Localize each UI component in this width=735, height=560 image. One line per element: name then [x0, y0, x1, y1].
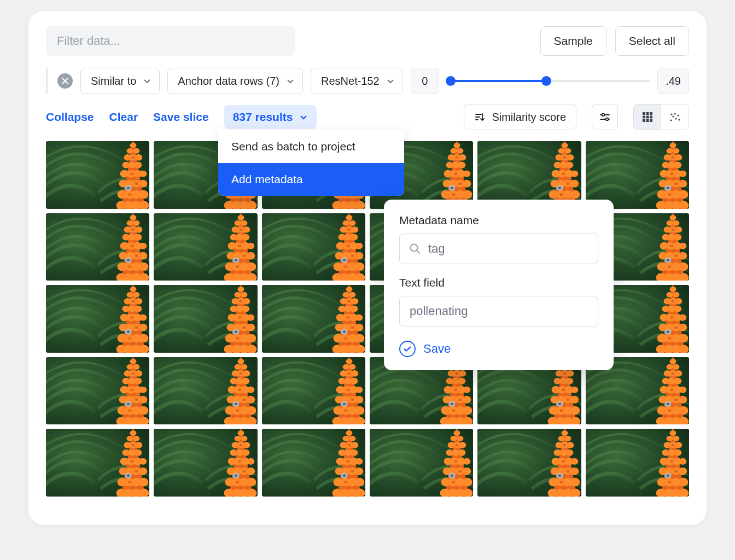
anchor-rows-dropdown[interactable]: Anchor data rows (7) — [167, 68, 303, 94]
image-thumbnail[interactable] — [262, 429, 365, 497]
text-field-input[interactable] — [399, 296, 598, 326]
svg-point-689 — [342, 402, 346, 405]
image-thumbnail[interactable] — [262, 357, 365, 425]
image-thumbnail[interactable] — [370, 429, 473, 497]
image-thumbnail[interactable] — [477, 141, 581, 209]
metadata-name-input[interactable] — [428, 242, 589, 256]
svg-point-885 — [457, 436, 463, 441]
results-dropdown[interactable]: 837 results — [224, 105, 317, 129]
svg-point-780 — [671, 372, 674, 375]
svg-point-433 — [126, 330, 130, 333]
svg-point-391 — [678, 262, 688, 271]
svg-rect-10 — [650, 119, 652, 122]
svg-point-707 — [462, 395, 471, 403]
image-thumbnail[interactable] — [154, 213, 257, 281]
image-thumbnail[interactable] — [262, 213, 365, 281]
svg-point-219 — [134, 234, 142, 240]
svg-point-943 — [567, 470, 570, 472]
svg-point-152 — [567, 154, 574, 161]
sort-button[interactable]: Similarity score — [464, 104, 576, 130]
svg-point-245 — [241, 220, 248, 226]
svg-point-564 — [666, 292, 673, 298]
image-thumbnail[interactable] — [46, 357, 149, 425]
range-min[interactable]: 0 — [411, 68, 439, 94]
svg-point-949 — [673, 436, 679, 441]
model-dropdown[interactable]: ResNet-152 — [311, 68, 403, 94]
svg-point-579 — [678, 324, 687, 331]
save-button[interactable]: Save — [399, 341, 598, 357]
svg-point-1 — [606, 118, 609, 121]
svg-point-213 — [133, 220, 139, 226]
menu-item-add-metadata[interactable]: Add metadata — [218, 163, 404, 196]
range-max[interactable]: .49 — [657, 68, 689, 94]
collapse-button[interactable]: Collapse — [46, 110, 94, 124]
svg-point-571 — [674, 306, 681, 312]
image-thumbnail[interactable] — [586, 141, 689, 209]
svg-point-920 — [567, 442, 574, 448]
menu-item-send-batch[interactable]: Send as batch to project — [218, 130, 404, 163]
svg-point-718 — [452, 409, 455, 412]
svg-rect-5 — [643, 116, 645, 119]
svg-point-909 — [454, 460, 457, 463]
svg-point-600 — [135, 370, 142, 377]
clear-filter-icon[interactable] — [57, 73, 73, 89]
image-thumbnail[interactable] — [586, 429, 689, 497]
svg-point-460 — [240, 300, 243, 303]
settings-button[interactable] — [592, 104, 618, 130]
sample-button[interactable]: Sample — [540, 26, 606, 56]
svg-point-191 — [679, 171, 686, 177]
image-thumbnail[interactable] — [262, 285, 365, 353]
svg-point-895 — [463, 458, 470, 465]
svg-point-423 — [138, 334, 148, 343]
svg-point-917 — [565, 436, 571, 441]
svg-point-277 — [349, 220, 355, 226]
image-thumbnail[interactable] — [154, 285, 257, 353]
svg-point-952 — [674, 442, 682, 448]
image-thumbnail[interactable] — [46, 429, 149, 497]
svg-point-461 — [238, 316, 242, 319]
filter-bar: Similar to Anchor data rows (7) ResNet-1… — [46, 68, 689, 94]
svg-point-654 — [236, 409, 240, 412]
svg-point-181 — [673, 148, 679, 154]
grid-view-button[interactable] — [634, 104, 661, 130]
svg-point-301 — [346, 244, 349, 247]
image-thumbnail[interactable] — [46, 213, 149, 281]
svg-point-927 — [571, 458, 579, 465]
svg-point-940 — [563, 444, 567, 447]
svg-point-891 — [458, 450, 465, 456]
svg-rect-7 — [650, 116, 652, 119]
svg-point-739 — [570, 395, 579, 403]
svg-point-639 — [247, 386, 255, 393]
svg-point-565 — [673, 292, 679, 298]
svg-point-175 — [567, 182, 570, 185]
svg-point-721 — [450, 402, 453, 405]
similar-to-dropdown[interactable]: Similar to — [80, 68, 160, 94]
metadata-name-input-wrap[interactable] — [399, 234, 598, 264]
similarity-slider[interactable] — [447, 68, 650, 94]
scatter-icon — [668, 110, 681, 124]
svg-point-753 — [558, 402, 562, 405]
svg-point-148 — [558, 148, 565, 154]
image-thumbnail[interactable] — [154, 429, 257, 497]
image-thumbnail[interactable] — [154, 357, 257, 425]
image-thumbnail[interactable] — [477, 429, 581, 497]
svg-point-831 — [247, 458, 255, 465]
clear-button[interactable]: Clear — [109, 110, 138, 124]
svg-point-684 — [347, 372, 351, 375]
svg-point-468 — [342, 292, 349, 298]
save-slice-button[interactable]: Save slice — [153, 110, 209, 124]
svg-point-401 — [666, 259, 669, 261]
svg-point-948 — [666, 436, 673, 441]
action-row: Collapse Clear Save slice 837 results Si… — [46, 104, 689, 130]
select-all-button[interactable]: Select all — [615, 26, 689, 56]
svg-point-903 — [462, 478, 472, 487]
svg-point-429 — [130, 316, 133, 319]
svg-point-935 — [570, 478, 580, 487]
svg-point-295 — [354, 262, 364, 271]
filter-input[interactable] — [46, 26, 295, 56]
scatter-view-button[interactable] — [661, 104, 689, 130]
svg-point-17 — [670, 113, 672, 115]
app-window: Sample Select all Similar to Anchor data… — [28, 11, 707, 525]
image-thumbnail[interactable] — [46, 141, 149, 209]
image-thumbnail[interactable] — [46, 285, 149, 353]
